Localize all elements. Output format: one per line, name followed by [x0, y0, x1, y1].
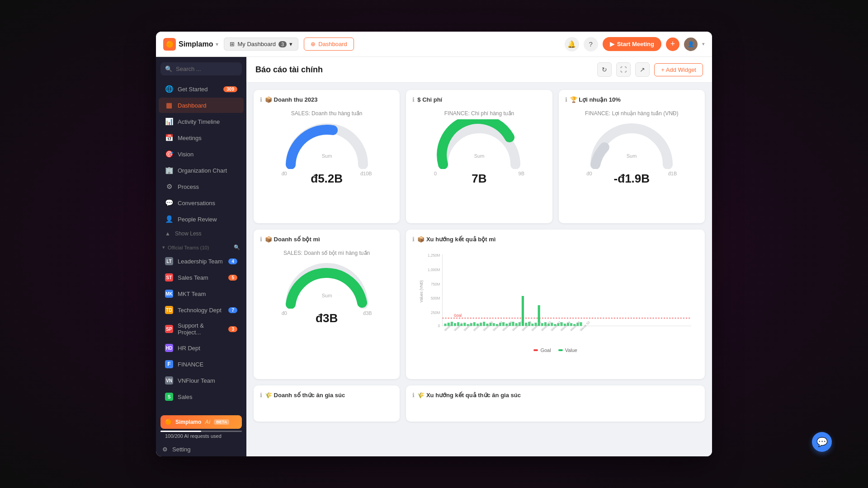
sales-team-label: Sales Team	[178, 274, 224, 281]
search-input[interactable]	[176, 66, 246, 72]
my-dashboard-button[interactable]: ⊞ My Dashboard 3 ▾	[224, 38, 298, 51]
bar-chart-container: 1,250M 1,000M 750M 500M 250M 0 Values (V…	[412, 246, 698, 346]
plus-icon: +	[670, 39, 675, 49]
topbar-right: 🔔 ? ▶ Start Meeting + 👤 ▾	[565, 37, 705, 52]
support-project-label: Support & Project...	[178, 322, 224, 336]
vnflour-team-label: VNFlour Team	[178, 377, 237, 384]
add-widget-button[interactable]: + Add Widget	[654, 63, 703, 76]
sidebar-item-finance[interactable]: F FINANCE	[159, 357, 244, 372]
sidebar-item-mkt-team[interactable]: MK MKT Team	[159, 286, 244, 301]
svg-text:Values (VNĐ): Values (VNĐ)	[420, 280, 424, 303]
question-icon: ?	[589, 40, 592, 48]
svg-text:Sum: Sum	[474, 153, 485, 159]
sales2-icon: S	[165, 393, 173, 401]
chat-button[interactable]: 💬	[812, 432, 832, 452]
info-icon-2: ℹ	[412, 96, 415, 103]
sidebar-item-setting[interactable]: ⚙ Setting	[156, 442, 246, 456]
svg-text:1,250M: 1,250M	[428, 253, 440, 258]
sidebar-item-vnflour-team[interactable]: VN VNFlour Team	[159, 373, 244, 388]
refresh-icon: ↻	[602, 66, 607, 73]
info-icon-3: ℹ	[565, 96, 567, 103]
technology-dept-badge: 7	[228, 307, 237, 313]
technology-dept-label: Technology Dept	[178, 307, 224, 314]
sales2-label: Sales	[178, 394, 237, 400]
search-box[interactable]: 🔍 ⌘K	[160, 62, 242, 75]
gauge-max-4: đ3B	[363, 310, 372, 316]
ai-progress-bar	[160, 431, 242, 432]
sidebar-item-technology-dept[interactable]: TD Technology Dept 7	[159, 302, 244, 318]
sidebar-item-process[interactable]: ⚙ Process	[159, 179, 244, 194]
vision-label: Vision	[178, 151, 237, 158]
dashboard-tab-label: Dashboard	[318, 41, 347, 47]
account-chevron-icon: ▾	[702, 41, 705, 47]
get-started-label: Get Started	[178, 86, 219, 93]
sidebar-item-activity-timeline[interactable]: 📊 Activity Timeline	[159, 114, 244, 129]
widget-chi-phi: ℹ $ Chi phí FINANCE: Chi phí hàng tuần S…	[406, 90, 552, 223]
sidebar-item-hr-dept[interactable]: HD HR Dept	[159, 340, 244, 356]
sidebar-item-support-project[interactable]: SP Support & Project... 3	[159, 319, 244, 339]
activity-label: Activity Timeline	[178, 118, 237, 125]
widget-chi-phi-subtitle: FINANCE: Chi phí hàng tuần	[444, 110, 514, 117]
ai-banner[interactable]: 🟠 Simplamo Ai BETA	[160, 415, 242, 429]
gauge-svg-1: Sum	[282, 119, 372, 169]
widget-doanh-so-bot-mi-title: 📦 Doanh số bột mì	[265, 236, 320, 243]
fullscreen-button[interactable]: ⛶	[616, 62, 631, 77]
gauge-max-3: đ1B	[668, 171, 677, 176]
dashboard-tab-button[interactable]: ⊕ Dashboard	[304, 38, 354, 51]
teams-search-icon[interactable]: 🔍	[234, 244, 240, 250]
sidebar-item-dashboard[interactable]: ▦ Dashboard	[159, 98, 244, 113]
setting-icon: ⚙	[162, 446, 168, 453]
legend-value-label: Value	[565, 347, 577, 353]
vision-icon: 🎯	[165, 150, 173, 158]
meetings-icon: 📅	[165, 134, 173, 142]
sidebar-item-get-started[interactable]: 🌐 Get Started 309	[159, 81, 244, 97]
sidebar-item-organization-chart[interactable]: 🏢 Organization Chart	[159, 163, 244, 178]
plus-circle-icon: ⊕	[311, 41, 316, 47]
add-button[interactable]: +	[666, 38, 679, 51]
org-chart-label: Organization Chart	[178, 167, 237, 174]
add-widget-label: + Add Widget	[661, 66, 696, 73]
gauge-value-4: đ3B	[316, 311, 338, 325]
notification-button[interactable]: 🔔	[565, 37, 579, 52]
gauge-doanh-thu: SALES: Doanh thu hàng tuần Sum đ0 đ10B	[260, 107, 393, 189]
conversations-icon: 💬	[165, 199, 173, 207]
gauge-chi-phi: FINANCE: Chi phí hàng tuần Sum 0 9B 7B	[412, 107, 546, 189]
my-dashboard-label: My Dashboard	[237, 41, 276, 47]
sidebar-item-meetings[interactable]: 📅 Meetings	[159, 130, 244, 145]
svg-rect-18	[454, 323, 456, 326]
gauge-loi-nhuan: FINANCE: Lợi nhuận hàng tuần (VNĐ) Sum đ…	[565, 107, 698, 189]
sidebar-item-sales-team[interactable]: ST Sales Team 5	[159, 270, 244, 285]
sidebar-item-vision[interactable]: 🎯 Vision	[159, 146, 244, 162]
chevron-up-icon: ▲	[165, 230, 170, 237]
widget-doanh-thu-header: ℹ 📦 Doanh thu 2023	[260, 96, 393, 103]
start-meeting-button[interactable]: ▶ Start Meeting	[603, 37, 661, 51]
ai-section: 🟠 Simplamo Ai BETA 100/200 AI requests u…	[156, 412, 246, 442]
sidebar-item-conversations[interactable]: 💬 Conversations	[159, 195, 244, 211]
sidebar-item-leadership-team[interactable]: LT Leadership Team 4	[159, 253, 244, 269]
hr-dept-label: HR Dept	[178, 345, 237, 352]
refresh-button[interactable]: ↻	[597, 62, 612, 77]
legend-value: Value	[558, 347, 577, 353]
share-button[interactable]: ↗	[635, 62, 650, 77]
avatar-button[interactable]: 👤	[684, 38, 698, 51]
content-header: Báo cáo tài chính ↻ ⛶ ↗ + Add Widget	[246, 57, 712, 83]
svg-rect-39	[522, 296, 524, 326]
svg-text:Week 46: Week 46	[570, 320, 581, 332]
expand-icon: ⛶	[620, 66, 627, 73]
sidebar-item-people-review[interactable]: 👤 People Review	[159, 211, 244, 227]
start-meeting-label: Start Meeting	[617, 41, 654, 47]
show-less-label: Show Less	[175, 230, 202, 237]
widget-bar-chart-header: ℹ 📦 Xu hướng kết quả bột mì	[412, 236, 698, 243]
widget-doanh-so-bot-mi: ℹ 📦 Doanh số bột mì SALES: Doanh số bột …	[254, 230, 400, 380]
show-less-button[interactable]: ▲ Show Less	[159, 228, 244, 239]
widget-xu-huong-thuc-an: ℹ 🌾 Xu hướng kết quả thức ăn gia súc	[406, 385, 705, 422]
gauge-svg-4: Sum	[282, 259, 372, 309]
widget-bar-chart-bot-mi: ℹ 📦 Xu hướng kết quả bột mì 1,250M	[406, 230, 705, 380]
leadership-team-label: Leadership Team	[178, 258, 224, 265]
legend-goal-dot	[533, 349, 538, 351]
help-button[interactable]: ?	[584, 37, 598, 52]
svg-text:Sum: Sum	[321, 153, 332, 159]
svg-text:500M: 500M	[431, 296, 440, 300]
ai-logo-icon: 🟠	[165, 419, 172, 425]
logo-area: 🟠 Simplamo ▾	[163, 38, 218, 51]
